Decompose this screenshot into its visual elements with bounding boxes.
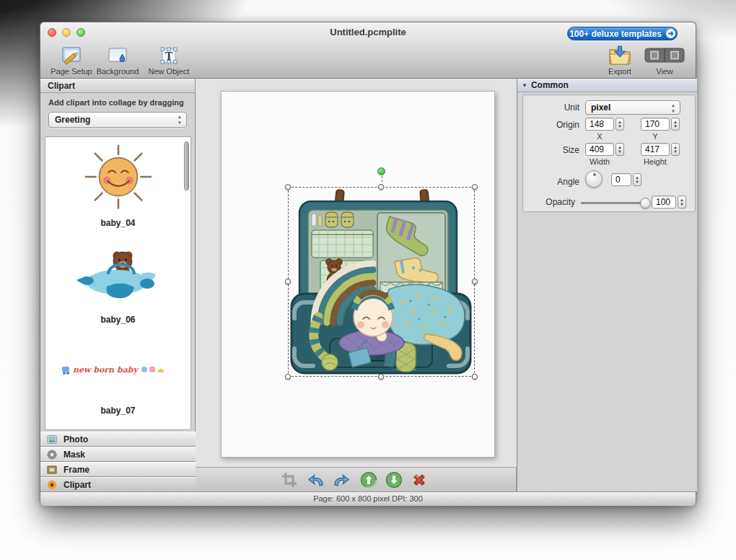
angle-knob[interactable]	[585, 170, 603, 188]
sidebar-tab-label: Photo	[63, 434, 88, 445]
sidebar-tab-frame[interactable]: Frame	[40, 462, 196, 477]
status-bar: Page: 600 x 800 pixel DPI: 300	[40, 491, 696, 506]
disclosure-triangle-icon[interactable]: ▼	[522, 79, 527, 92]
background-label: Background	[97, 67, 139, 76]
new-object-label: New Object	[149, 67, 190, 76]
view-control[interactable]: View	[639, 44, 690, 77]
origin-label: Origin	[538, 120, 579, 130]
redo-icon[interactable]	[333, 471, 350, 489]
undo-icon[interactable]	[307, 471, 325, 489]
clipart-list[interactable]: baby_04	[45, 136, 191, 430]
opacity-slider-thumb[interactable]	[640, 198, 651, 209]
size-height-field[interactable]: 417	[641, 143, 670, 156]
export-label: Export	[608, 67, 631, 76]
bring-forward-icon[interactable]	[360, 471, 377, 489]
size-width-field[interactable]: 409	[585, 143, 614, 156]
origin-x-field[interactable]: 148	[585, 118, 614, 131]
common-section-header[interactable]: ▼ Common	[517, 79, 697, 92]
view-label: View	[656, 67, 673, 76]
height-caption: Height	[635, 157, 675, 166]
photo-icon	[47, 434, 57, 445]
width-caption: Width	[579, 157, 620, 166]
selected-clipart-object[interactable]	[288, 187, 475, 377]
app-window: Untitled.pcmplite 100+ deluxe templates …	[40, 22, 696, 505]
opacity-slider[interactable]	[581, 202, 647, 204]
clipart-icon	[47, 480, 57, 490]
new-born-baby-clipart: new born baby	[45, 336, 190, 403]
main-toolbar: Page Setup Background	[40, 43, 696, 79]
svg-text:T: T	[165, 49, 173, 61]
export-icon	[608, 44, 632, 66]
crop-icon[interactable]	[281, 471, 298, 489]
bear-airplane-clipart	[45, 240, 190, 312]
arrow-right-icon: ➜	[666, 29, 675, 38]
clipart-item-baby07[interactable]: new born baby baby_07	[45, 336, 190, 423]
angle-label: Angle	[538, 177, 579, 187]
page-setup-button[interactable]: Page Setup	[46, 44, 97, 77]
unit-select[interactable]: pixel ▲▼	[585, 100, 680, 115]
delete-icon[interactable]	[411, 471, 428, 489]
page-info-text: Page: 600 x 800 pixel DPI: 300	[313, 494, 423, 503]
resize-handle-s[interactable]	[378, 374, 384, 380]
background-icon	[107, 44, 128, 66]
title-bar[interactable]: Untitled.pcmplite 100+ deluxe templates …	[40, 22, 696, 43]
knob-indicator-dot	[593, 173, 596, 176]
x-caption: X	[585, 132, 614, 141]
page-setup-label: Page Setup	[51, 67, 92, 76]
object-action-toolbar	[196, 467, 517, 491]
opacity-label: Opacity	[529, 197, 575, 207]
resize-handle-sw[interactable]	[285, 374, 291, 380]
deluxe-templates-label: 100+ deluxe templates	[569, 29, 662, 39]
common-properties-group: Unit pixel ▲▼ Origin 148 ▲▼ 170 ▲▼ X Y S…	[522, 95, 696, 212]
size-width-stepper[interactable]: ▲▼	[615, 143, 624, 156]
inspector-panel: ▼ Common Unit pixel ▲▼ Origin 148 ▲▼ 170…	[517, 79, 697, 491]
clipart-list-scrollbar[interactable]	[184, 141, 189, 191]
new-object-icon: T	[158, 44, 180, 66]
popup-arrows-icon: ▲▼	[671, 102, 675, 114]
clipart-item-baby04[interactable]: baby_04	[45, 141, 190, 235]
rotation-handle[interactable]	[377, 167, 385, 175]
sidebar-tab-clipart[interactable]: Clipart	[40, 477, 196, 492]
clipart-item-label: baby_07	[45, 406, 190, 416]
resize-handle-ne[interactable]	[472, 184, 478, 190]
resize-handle-e[interactable]	[472, 279, 478, 284]
clipart-item-label: baby_06	[45, 315, 190, 325]
sun-clipart	[45, 141, 190, 215]
unit-label: Unit	[538, 102, 579, 113]
opacity-field[interactable]: 100	[652, 196, 676, 209]
background-button[interactable]: Background	[92, 44, 143, 77]
selection-rectangle[interactable]	[288, 187, 475, 377]
sidebar-tab-label: Frame	[63, 465, 89, 475]
clipart-item-baby06[interactable]: baby_06	[45, 240, 190, 332]
mask-icon	[47, 450, 57, 460]
origin-y-stepper[interactable]: ▲▼	[671, 118, 680, 131]
resize-handle-nw[interactable]	[285, 184, 291, 190]
sidebar-panel-title: Clipart	[40, 79, 195, 93]
resize-handle-se[interactable]	[472, 374, 478, 380]
deluxe-templates-button[interactable]: 100+ deluxe templates ➜	[567, 27, 678, 40]
new-object-button[interactable]: T New Object	[144, 44, 194, 77]
angle-field[interactable]: 0	[611, 173, 631, 186]
angle-stepper[interactable]: ▲▼	[633, 173, 641, 186]
window-chrome: Untitled.pcmplite 100+ deluxe templates …	[40, 22, 696, 79]
popup-arrows-icon: ▲▼	[178, 114, 182, 126]
origin-y-field[interactable]: 170	[641, 118, 670, 131]
common-section-title: Common	[531, 79, 569, 92]
sidebar-tab-label: Clipart	[63, 480, 91, 490]
sidebar-tab-label: Mask	[63, 450, 85, 460]
resize-handle-n[interactable]	[378, 184, 384, 190]
size-height-stepper[interactable]: ▲▼	[671, 143, 680, 156]
canvas-area[interactable]	[196, 79, 517, 467]
origin-x-stepper[interactable]: ▲▼	[615, 118, 624, 131]
frame-icon	[47, 465, 57, 475]
y-caption: Y	[641, 132, 670, 141]
unit-value: pixel	[591, 102, 610, 113]
opacity-stepper[interactable]: ▲▼	[678, 196, 686, 209]
export-button[interactable]: Export	[595, 44, 645, 77]
sidebar-tab-mask[interactable]: Mask	[40, 447, 196, 462]
size-label: Size	[538, 145, 579, 155]
sidebar-tab-photo[interactable]: Photo	[40, 432, 196, 447]
send-backward-icon[interactable]	[385, 471, 403, 489]
clipart-category-select[interactable]: Greeting ▲▼	[48, 112, 187, 128]
resize-handle-w[interactable]	[285, 279, 291, 284]
